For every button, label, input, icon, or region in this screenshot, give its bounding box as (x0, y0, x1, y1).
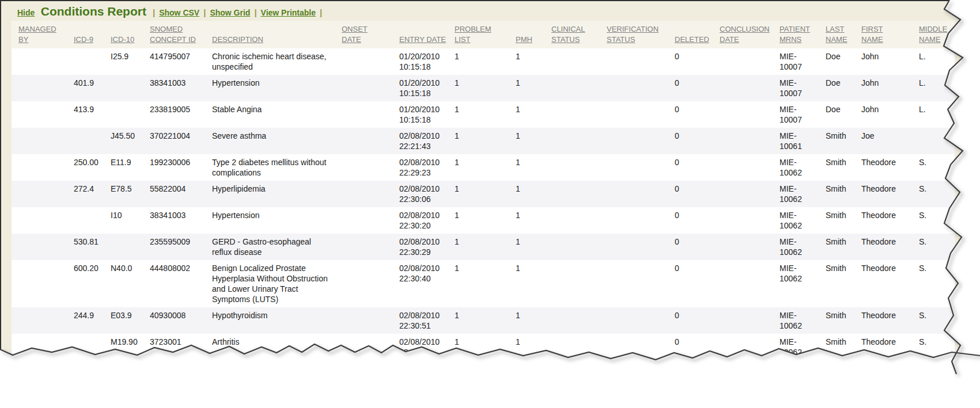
cell-text: John (861, 104, 910, 115)
cell-onset_date (337, 334, 395, 360)
show-csv-link[interactable]: Show CSV (159, 8, 199, 17)
column-header-icd9[interactable]: ICD-9 (69, 21, 106, 48)
cell-text: 02/08/2010 (399, 157, 445, 167)
cell-text: M19.90 (111, 337, 141, 347)
cell-text: 0 (675, 263, 710, 273)
cell-icd9: 530.81 (69, 234, 106, 260)
column-header-managed_by[interactable]: MANAGEDBY (12, 21, 69, 48)
column-header-pmh[interactable]: PMH (511, 21, 547, 48)
column-header-label: LIST (455, 35, 506, 45)
hide-link[interactable]: Hide (17, 8, 35, 17)
cell-text: GERD - Gastro-esophageal reflux disease (212, 237, 332, 257)
cell-deleted: 0 (670, 101, 715, 128)
cell-text: 1 (455, 51, 506, 62)
column-header-description[interactable]: DESCRIPTION (207, 21, 337, 48)
cell-description: Arthritis (207, 334, 337, 360)
show-grid-link[interactable]: Show Grid (210, 8, 250, 17)
cell-text: MIE-10061 (780, 131, 816, 151)
cell-text: 22:30:06 (399, 194, 445, 204)
column-header-verification_status[interactable]: VERIFICATIONSTATUS (602, 21, 670, 48)
view-printable-link[interactable]: View Printable (261, 8, 316, 17)
cell-clinical_status (547, 128, 602, 154)
cell-text: 1 (516, 131, 542, 141)
column-header-last_name[interactable]: LASTNAME (821, 21, 857, 48)
column-header-label: PMH (516, 35, 542, 45)
cell-text: 413.9 (74, 104, 101, 115)
cell-text: Theodore (861, 337, 910, 347)
cell-clinical_status (547, 75, 602, 101)
cell-text: J45.50 (111, 131, 141, 141)
cell-snomed_concept_id: 38341003 (145, 75, 207, 101)
cell-managed_by (12, 101, 69, 128)
column-header-label: DATE (342, 35, 390, 45)
column-header-label: DATE (720, 35, 770, 45)
cell-text: 250.00 (74, 157, 101, 167)
table-row: I1038341003Hypertension02/08/201022:30:2… (12, 207, 955, 234)
cell-text: S. (919, 237, 950, 247)
cell-snomed_concept_id: 235595009 (145, 234, 207, 260)
cell-onset_date (337, 207, 395, 234)
cell-icd9: 272.4 (69, 181, 106, 207)
cell-text: 1 (516, 263, 542, 273)
column-header-first_name[interactable]: FIRSTNAME (857, 21, 914, 48)
cell-clinical_status (547, 307, 602, 334)
column-header-label: SNOMED (150, 24, 203, 35)
cell-text: 10:15:18 (399, 115, 445, 125)
cell-icd10: I10 (106, 207, 145, 234)
column-header-conclusion_date[interactable]: CONCLUSIONDATE (715, 21, 775, 48)
cell-text: S. (919, 337, 950, 347)
column-header-deleted[interactable]: DELETED (670, 21, 715, 48)
cell-text: Doe (826, 51, 852, 62)
cell-text: MIE-10007 (780, 51, 816, 72)
column-header-label: DESCRIPTION (212, 35, 332, 45)
cell-pmh: 1 (511, 128, 547, 154)
cell-text: Hypothyroidism (212, 310, 332, 321)
column-header-row: MANAGEDBYICD-9ICD-10SNOMEDCONCEPT IDDESC… (12, 21, 955, 48)
cell-text: 1 (455, 157, 506, 167)
cell-description: Hypertension (207, 75, 337, 101)
cell-icd10: N40.0 (106, 260, 145, 307)
cell-text: Arthritis (212, 337, 332, 347)
cell-entry_date: 02/08/201022:30:40 (395, 260, 450, 307)
cell-last_name: Doe (821, 75, 857, 101)
column-header-label: STATUS (607, 35, 665, 45)
cell-description: Hypothyroidism (207, 307, 337, 334)
cell-text: 414795007 (150, 51, 203, 62)
cell-last_name: Smith (821, 334, 857, 360)
cell-patient_mrns: MIE-10062 (775, 207, 821, 234)
cell-text: MIE-10062 (780, 337, 816, 357)
cell-text: 1 (455, 131, 506, 141)
cell-text: 1 (516, 51, 542, 62)
cell-text: L. (919, 51, 950, 62)
cell-deleted: 0 (670, 260, 715, 307)
cell-text: S. (919, 263, 950, 273)
column-header-snomed_concept_id[interactable]: SNOMEDCONCEPT ID (145, 21, 207, 48)
cell-text: 401.9 (74, 78, 101, 88)
cell-pmh: 1 (511, 234, 547, 260)
column-header-onset_date[interactable]: ONSETDATE (337, 21, 395, 48)
cell-text: 38341003 (150, 78, 203, 88)
column-header-problem_list[interactable]: PROBLEMLIST (450, 21, 511, 48)
cell-clinical_status (547, 154, 602, 181)
column-header-patient_mrns[interactable]: PATIENTMRNS (775, 21, 821, 48)
column-header-icd10[interactable]: ICD-10 (106, 21, 145, 48)
cell-last_name: Doe (821, 48, 857, 75)
column-header-middle_name[interactable]: MIDDLENAME (914, 21, 955, 48)
cell-text: Theodore (861, 184, 910, 194)
column-header-label: ICD-10 (111, 35, 141, 45)
cell-onset_date (337, 101, 395, 128)
column-header-label: CLINICAL (551, 24, 597, 35)
column-header-entry_date[interactable]: ENTRY DATE (395, 21, 450, 48)
cell-text: Theodore (861, 210, 910, 220)
cell-text: 1 (455, 184, 506, 194)
cell-problem_list: 1 (450, 75, 511, 101)
cell-text: Smith (826, 131, 852, 141)
cell-description: Benign Localized Prostate Hyperplasia Wi… (207, 260, 337, 307)
cell-text: 444808002 (150, 263, 203, 273)
cell-deleted: 0 (670, 334, 715, 360)
column-header-clinical_status[interactable]: CLINICALSTATUS (547, 21, 602, 48)
cell-text: Doe (826, 78, 852, 88)
cell-problem_list: 1 (450, 207, 511, 234)
link-separator: | (316, 7, 326, 17)
cell-description: Stable Angina (207, 101, 337, 128)
